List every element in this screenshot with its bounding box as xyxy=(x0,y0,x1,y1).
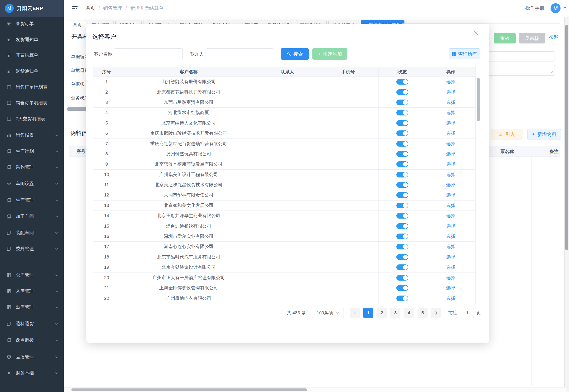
select-link[interactable]: 选择 xyxy=(446,151,455,157)
add-material-button[interactable]: + 新增物料 xyxy=(527,129,561,140)
next-page-button[interactable] xyxy=(431,308,441,318)
sidebar-item-21[interactable]: 品质管理 xyxy=(0,351,64,363)
status-toggle[interactable] xyxy=(396,99,408,105)
select-link[interactable]: 选择 xyxy=(446,130,455,136)
select-link[interactable]: 选择 xyxy=(446,285,455,291)
sidebar-item-20[interactable]: 盘点调拨 xyxy=(0,334,64,346)
page-vertical-scrollbar[interactable] xyxy=(564,17,569,392)
help-manual-link[interactable]: 操作手册 xyxy=(525,5,544,11)
select-link[interactable]: 选择 xyxy=(446,223,455,229)
page-horizontal-scrollbar[interactable] xyxy=(64,387,566,392)
unaudit-button[interactable]: 反审核 xyxy=(519,33,545,43)
avatar[interactable]: M xyxy=(550,3,561,14)
sidebar-item-14[interactable]: 装配车间 xyxy=(0,227,64,239)
audit-button[interactable]: 审核 xyxy=(494,33,516,43)
status-toggle[interactable] xyxy=(396,285,408,291)
select-link[interactable]: 选择 xyxy=(446,161,455,167)
scrollbar-thumb[interactable] xyxy=(71,388,307,391)
status-toggle[interactable] xyxy=(396,110,408,115)
select-link[interactable]: 选择 xyxy=(446,110,455,116)
customer-name-input[interactable] xyxy=(114,48,183,59)
select-link[interactable]: 选择 xyxy=(446,295,455,301)
sidebar-item-18[interactable]: 出库管理 xyxy=(0,301,64,313)
select-link[interactable]: 选择 xyxy=(446,192,455,198)
select-link[interactable]: 选择 xyxy=(446,202,455,209)
page-number-4[interactable]: 4 xyxy=(404,308,414,318)
status-toggle[interactable] xyxy=(396,79,408,84)
row-index: 14 xyxy=(93,211,120,221)
sidebar-item-1[interactable]: 备货订单 xyxy=(0,18,64,30)
status-toggle[interactable] xyxy=(396,203,408,208)
select-link[interactable]: 选择 xyxy=(446,99,455,105)
status-toggle[interactable] xyxy=(396,151,408,157)
prev-page-button[interactable] xyxy=(350,308,360,318)
breadcrumb-item-1[interactable]: 首页 xyxy=(86,5,95,11)
select-link[interactable]: 选择 xyxy=(446,89,455,95)
sidebar-item-3[interactable]: 开票结算单 xyxy=(0,49,64,62)
select-link[interactable]: 选择 xyxy=(446,275,455,281)
status-toggle[interactable] xyxy=(396,172,408,178)
tab-1[interactable]: 首页 xyxy=(69,20,86,30)
sidebar-item-9[interactable]: 生产计划 xyxy=(0,145,64,157)
scrollbar-thumb[interactable] xyxy=(565,25,568,251)
status-toggle[interactable] xyxy=(396,120,408,126)
status-toggle[interactable] xyxy=(396,161,408,167)
status-toggle[interactable] xyxy=(396,130,408,136)
quick-add-button[interactable]: + 快速添加 xyxy=(312,48,347,60)
page-size-select[interactable]: 100条/页 xyxy=(312,308,344,318)
status-toggle[interactable] xyxy=(396,223,408,229)
select-link[interactable]: 选择 xyxy=(446,182,455,188)
status-toggle[interactable] xyxy=(396,192,408,198)
sidebar-item-15[interactable]: 委外管理 xyxy=(0,243,64,255)
chevron-down-icon[interactable] xyxy=(563,6,567,11)
select-link[interactable]: 选择 xyxy=(446,243,455,250)
sidebar-item-7[interactable]: 7天交货明细表 xyxy=(0,112,64,125)
sidebar-item-10[interactable]: 采购管理 xyxy=(0,161,64,173)
query-all-button[interactable]: 查询所有 xyxy=(449,48,480,59)
status-toggle[interactable] xyxy=(396,244,408,250)
select-link[interactable]: 选择 xyxy=(446,233,455,239)
select-link[interactable]: 选择 xyxy=(446,141,455,147)
select-link[interactable]: 选择 xyxy=(446,254,455,260)
page-number-2[interactable]: 2 xyxy=(377,308,387,318)
collapse-link[interactable]: 收起 xyxy=(548,33,558,40)
status-toggle[interactable] xyxy=(396,275,408,280)
sidebar-item-22[interactable]: 财务基础 xyxy=(0,367,64,379)
status-toggle[interactable] xyxy=(396,295,408,301)
select-link[interactable]: 选择 xyxy=(446,213,455,219)
select-link[interactable]: 选择 xyxy=(446,264,455,270)
sidebar-item-5[interactable]: 销售订单计划表 xyxy=(0,81,64,93)
sidebar-item-17[interactable]: 入库管理 xyxy=(0,285,64,297)
search-button[interactable]: 搜索 xyxy=(281,48,309,60)
sidebar-item-8[interactable]: 销售报表 xyxy=(0,129,64,141)
goto-page-input[interactable] xyxy=(461,308,474,318)
sidebar-item-16[interactable]: 仓库管理 xyxy=(0,269,64,281)
resize-handle-icon[interactable] xyxy=(550,70,553,74)
sidebar-item-13[interactable]: 加工车间 xyxy=(0,210,64,223)
close-icon[interactable] xyxy=(472,29,479,36)
page-number-1[interactable]: 1 xyxy=(363,308,373,318)
contact-input[interactable] xyxy=(206,48,274,59)
status-toggle[interactable] xyxy=(396,182,408,188)
status-toggle[interactable] xyxy=(396,89,408,95)
sidebar-item-12[interactable]: 生产管理 xyxy=(0,194,64,207)
import-button[interactable]: 引入 xyxy=(491,129,523,140)
sidebar-item-11[interactable]: 车间设置 xyxy=(0,178,64,190)
breadcrumb-item-2[interactable]: 销售管理 xyxy=(103,5,122,11)
page-number-5[interactable]: 5 xyxy=(418,308,428,318)
select-link[interactable]: 选择 xyxy=(446,120,455,126)
sidebar-item-19[interactable]: 退料退货 xyxy=(0,318,64,330)
status-toggle[interactable] xyxy=(396,234,408,239)
select-link[interactable]: 选择 xyxy=(446,79,455,85)
select-link[interactable]: 选择 xyxy=(446,171,455,178)
table-scrollbar-thumb[interactable] xyxy=(477,78,480,121)
page-number-3[interactable]: 3 xyxy=(391,308,400,318)
status-toggle[interactable] xyxy=(396,265,408,270)
sidebar-item-4[interactable]: 退货通知单 xyxy=(0,65,64,77)
status-toggle[interactable] xyxy=(396,254,408,260)
sidebar-item-2[interactable]: 发货通知单 xyxy=(0,33,64,46)
status-toggle[interactable] xyxy=(396,141,408,147)
sidebar-item-6[interactable]: 销售订单明细表 xyxy=(0,97,64,109)
collapse-menu-icon[interactable] xyxy=(71,5,78,12)
status-toggle[interactable] xyxy=(396,213,408,219)
